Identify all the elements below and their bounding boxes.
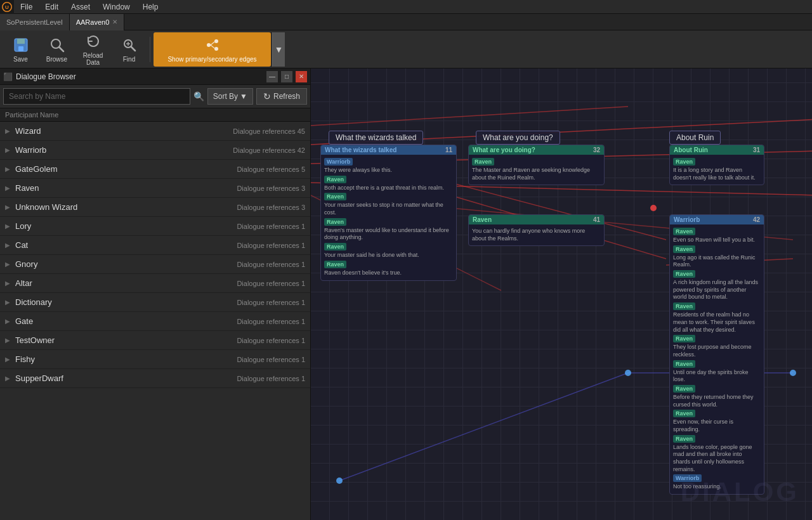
- list-item[interactable]: ▶ Gnory Dialogue references 1: [0, 255, 310, 274]
- list-item[interactable]: ▶ Dictionary Dialogue references 1: [0, 293, 310, 312]
- expand-icon: ▶: [5, 166, 10, 172]
- svg-text:U: U: [5, 4, 9, 10]
- dialogue-line: Lands loose color, people gone mad and t…: [673, 444, 761, 474]
- db-list[interactable]: ▶ Wizard Dialogue references 45 ▶ Warrio…: [0, 122, 310, 520]
- show-edges-button[interactable]: Show primary/secondary edges: [154, 32, 271, 67]
- list-item[interactable]: ▶ Cat Dialogue references 1: [0, 236, 310, 255]
- svg-point-27: [336, 478, 343, 484]
- dialogue-refs: Dialogue references 1: [237, 261, 305, 268]
- maximize-button[interactable]: □: [281, 71, 292, 82]
- find-button[interactable]: Find: [112, 32, 147, 67]
- list-item[interactable]: ▶ TestOwner Dialogue references 1: [0, 331, 310, 350]
- save-button[interactable]: Save: [3, 32, 38, 67]
- dialogue-line: Raven: [673, 270, 761, 278]
- node-header: What are you doing? 32: [469, 145, 604, 155]
- toolbar: Save Browse Reload Data Find: [0, 30, 812, 68]
- what-wizards-float-label: What the wizards talked: [329, 131, 423, 145]
- list-item[interactable]: ▶ Raven Dialogue references 3: [0, 179, 310, 198]
- show-edges-label: Show primary/secondary edges: [167, 56, 256, 63]
- dialogue-text: Raven doesn't believe it's true.: [324, 270, 402, 277]
- toolbar-dropdown-arrow[interactable]: ▼: [272, 32, 285, 67]
- dialogue-text: You can hardly find anyone who knows mor…: [472, 228, 601, 242]
- svg-point-28: [625, 370, 631, 376]
- tab-aaraven[interactable]: AARaven0 ✕: [70, 14, 125, 30]
- menu-window[interactable]: Window: [96, 1, 136, 13]
- dialogue-line: Your master seeks to stop it no matter w…: [324, 202, 453, 216]
- dialogue-text: Your master said he is done with that.: [324, 252, 419, 259]
- expand-icon: ▶: [5, 185, 10, 192]
- dialogue-text: They lost purpose and become reckless.: [673, 344, 761, 358]
- close-icon[interactable]: ✕: [112, 18, 117, 25]
- expand-icon: ▶: [5, 375, 10, 382]
- what-doing-sub-card[interactable]: Raven 41 You can hardly find anyone who …: [468, 214, 605, 246]
- list-item[interactable]: ▶ Fishy Dialogue references 1: [0, 350, 310, 369]
- speaker-badge: Raven: [673, 158, 695, 166]
- expand-icon: ▶: [5, 204, 10, 211]
- expand-icon: ▶: [5, 337, 10, 344]
- speaker-badge: Raven: [673, 385, 695, 393]
- svg-point-30: [650, 205, 657, 211]
- menu-file[interactable]: File: [14, 1, 39, 13]
- toolbar-separator: [150, 37, 150, 62]
- what-wizards-card[interactable]: What the wizards talked 11 Warriorb They…: [320, 145, 457, 281]
- show-edges-icon: [204, 36, 221, 54]
- dialogue-line: They lost purpose and become reckless.: [673, 344, 761, 358]
- dialogue-refs: Dialogue references 1: [237, 356, 305, 363]
- expand-icon: ▶: [5, 127, 10, 134]
- dialogue-line: Long ago it was called the Runic Realm.: [673, 254, 761, 269]
- sort-by-button[interactable]: Sort By ▼: [207, 88, 253, 105]
- close-button[interactable]: ✕: [296, 71, 307, 82]
- refresh-button[interactable]: ↻ Refresh: [256, 88, 307, 105]
- reload-label: Reload Data: [75, 52, 110, 66]
- node-body: Raven The Master and Raven are seeking k…: [469, 155, 604, 185]
- participant-name: Gate: [15, 316, 237, 326]
- browse-button[interactable]: Browse: [39, 32, 74, 67]
- list-item[interactable]: ▶ Altar Dialogue references 1: [0, 274, 310, 293]
- menu-help[interactable]: Help: [136, 1, 165, 13]
- about-ruin-card[interactable]: About Ruin 31 Raven It is a long story a…: [669, 145, 764, 185]
- dialogue-line: Before they returned home they cursed th…: [673, 394, 761, 408]
- left-panel: ⬛ Dialogue Browser — □ ✕ 🔍 Sort By ▼ ↻ R…: [0, 68, 311, 520]
- dialogue-line: Warriorb: [324, 158, 453, 166]
- speaker-badge: Raven: [324, 193, 346, 200]
- menu-asset[interactable]: Asset: [65, 1, 96, 13]
- list-item[interactable]: ▶ GateGolem Dialogue references 5: [0, 160, 310, 179]
- node-canvas[interactable]: What the wizards talked What the wizards…: [311, 68, 812, 520]
- dialogue-line: They were always like this.: [324, 167, 453, 174]
- dialogue-refs: Dialogue references 45: [233, 127, 305, 135]
- participant-name: Gnory: [15, 259, 237, 269]
- tab-persistent-level[interactable]: SoPersistentLevel: [0, 14, 70, 30]
- node-header: What the wizards talked 11: [321, 145, 456, 155]
- refresh-label: Refresh: [273, 92, 300, 101]
- list-item[interactable]: ▶ Lory Dialogue references 1: [0, 217, 310, 236]
- main-layout: ⬛ Dialogue Browser — □ ✕ 🔍 Sort By ▼ ↻ R…: [0, 68, 812, 520]
- menu-edit[interactable]: Edit: [39, 1, 65, 13]
- svg-line-6: [59, 47, 63, 51]
- reload-data-button[interactable]: Reload Data: [75, 32, 110, 67]
- dialogue-line: Raven: [673, 228, 761, 235]
- speaker-badge: Raven: [472, 158, 494, 166]
- expand-icon: ▶: [5, 242, 10, 249]
- svg-line-25: [339, 373, 628, 481]
- list-item[interactable]: ▶ SupperDwarf Dialogue references 1: [0, 369, 310, 388]
- speaker-badge: Raven: [673, 435, 695, 443]
- dialogue-line: Raven: [673, 385, 761, 393]
- list-item[interactable]: ▶ Warriorb Dialogue references 42: [0, 141, 310, 160]
- about-ruin-warriorb-card[interactable]: Warriorb 42 Raven Even so Raven will tel…: [669, 214, 764, 495]
- dialogue-text: Even so Raven will tell you a bit.: [673, 237, 755, 244]
- menu-bar: U File Edit Asset Window Help: [0, 0, 812, 14]
- participant-name: Wizard: [15, 126, 233, 136]
- dialogue-line: Raven's master would like to understand …: [324, 227, 453, 242]
- list-item[interactable]: ▶ Gate Dialogue references 1: [0, 312, 310, 331]
- speaker-badge: Raven: [673, 360, 695, 368]
- node-number: 32: [593, 146, 600, 153]
- minimize-button[interactable]: —: [266, 71, 278, 82]
- list-item[interactable]: ▶ Unknown Wizard Dialogue references 3: [0, 198, 310, 217]
- list-item[interactable]: ▶ Wizard Dialogue references 45: [0, 122, 310, 141]
- what-doing-card[interactable]: What are you doing? 32 Raven The Master …: [468, 145, 605, 185]
- node-number: 41: [593, 216, 600, 223]
- search-input[interactable]: [3, 88, 190, 105]
- participant-name: Lory: [15, 221, 237, 231]
- speaker-badge: Raven: [324, 261, 346, 268]
- dialogue-line: Until one day the spirits broke lose.: [673, 369, 761, 384]
